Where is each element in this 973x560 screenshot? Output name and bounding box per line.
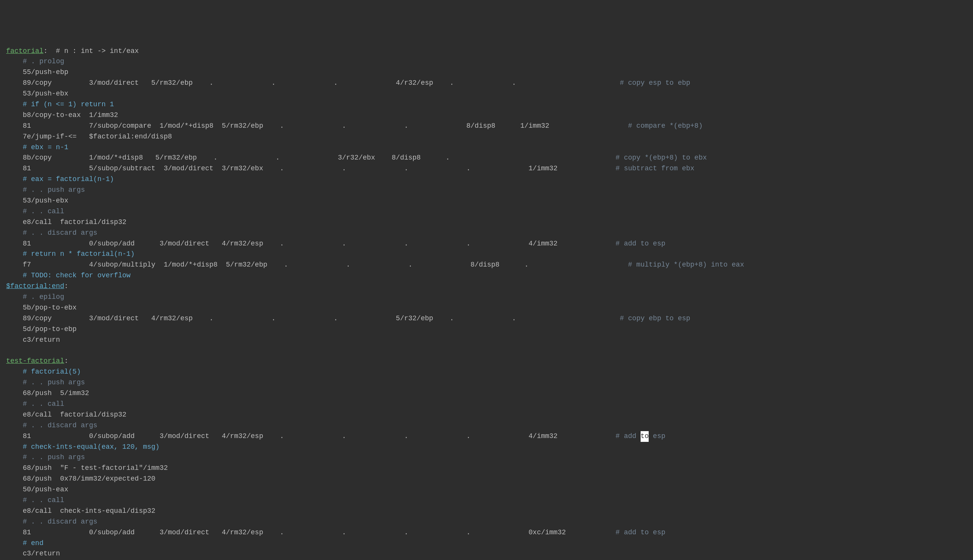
code-line: e8/call factorial/disp32: [6, 217, 967, 228]
code-line: c3/return: [6, 548, 967, 559]
code-text: f7 4/subop/multiply 1/mod/*+disp8 5/rm32…: [6, 261, 628, 268]
code-line: 8b/copy 1/mod/*+disp8 5/rm32/ebp . . 3/r…: [6, 153, 967, 163]
code-text: 89/copy 3/mod/direct 4/rm32/esp . . . 5/…: [6, 315, 620, 322]
code-line: # eax = factorial(n-1): [6, 174, 967, 185]
code-line: # check-ints-equal(eax, 120, msg): [6, 442, 967, 453]
code-text: 68/push 0x78/imm32/expected-120: [6, 475, 155, 483]
code-line: 50/push-eax: [6, 485, 967, 495]
code-line: # . . call: [6, 207, 967, 217]
code-comment: # . . discard args: [6, 518, 97, 525]
code-text: : # n : int -> int/eax: [43, 47, 139, 55]
code-text: b8/copy-to-eax 1/imm32: [6, 111, 118, 119]
code-line: 53/push-ebx: [6, 88, 967, 99]
code-line: # . . push args: [6, 452, 967, 463]
code-line: 55/push-ebp: [6, 67, 967, 78]
code-comment: # compare *(ebp+8): [628, 122, 702, 130]
code-line: f7 4/subop/multiply 1/mod/*+disp8 5/rm32…: [6, 260, 967, 270]
code-text: 8b/copy 1/mod/*+disp8 5/rm32/ebp . . 3/r…: [6, 154, 616, 162]
code-label: test-factorial: [6, 357, 64, 365]
code-text: [6, 58, 23, 65]
code-line: 81 0/subop/add 3/mod/direct 4/rm32/esp .…: [6, 238, 967, 249]
code-comment: # . . push args: [6, 453, 85, 461]
code-comment: # . . call: [6, 496, 64, 504]
code-comment: # add: [616, 432, 640, 440]
code-line: # . . discard args: [6, 420, 967, 431]
code-text: c3/return: [6, 550, 60, 557]
code-comment: # . . discard args: [6, 422, 97, 429]
code-text: 81 0/subop/add 3/mod/direct 4/rm32/esp .…: [6, 432, 616, 440]
code-text: 68/push "F - test-factorial"/imm32: [6, 464, 168, 472]
code-text: 50/push-eax: [6, 486, 69, 493]
code-comment: # check-ints-equal(eax, 120, msg): [6, 443, 160, 451]
code-line: 68/push "F - test-factorial"/imm32: [6, 463, 967, 474]
code-line: 81 0/subop/add 3/mod/direct 4/rm32/esp .…: [6, 431, 967, 442]
code-comment: esp: [649, 432, 665, 440]
code-text: 81 5/subop/subtract 3/mod/direct 3/rm32/…: [6, 165, 616, 172]
code-line: # . . discard args: [6, 228, 967, 238]
code-line: 5d/pop-to-ebp: [6, 324, 967, 335]
code-comment: # . . call: [6, 400, 64, 408]
code-line: # . epilog: [6, 292, 967, 303]
code-line: e8/call factorial/disp32: [6, 410, 967, 420]
code-line: # . . push args: [6, 185, 967, 196]
code-line: 81 5/subop/subtract 3/mod/direct 3/rm32/…: [6, 163, 967, 174]
code-comment: # add to esp: [616, 528, 665, 536]
code-text: 81 0/subop/add 3/mod/direct 4/rm32/esp .…: [6, 240, 616, 247]
code-text: 7e/jump-if-<= $factorial:end/disp8: [6, 133, 172, 140]
code-comment: # subtract from ebx: [616, 165, 694, 172]
code-line: # if (n <= 1) return 1: [6, 99, 967, 110]
code-text: 81 0/subop/add 3/mod/direct 4/rm32/esp .…: [6, 528, 616, 536]
code-line: c3/return: [6, 335, 967, 346]
code-line: # TODO: check for overflow: [6, 270, 967, 281]
code-comment: # ebx = n-1: [6, 143, 69, 151]
code-comment: # copy esp to ebp: [620, 79, 690, 87]
code-line: # end: [6, 538, 967, 549]
code-editor: factorial: # n : int -> int/eax # . prol…: [6, 46, 967, 560]
code-text: c3/return: [6, 336, 60, 344]
code-line: # . . discard args: [6, 517, 967, 527]
code-text: e8/call factorial/disp32: [6, 218, 126, 226]
code-comment: # end: [6, 539, 43, 547]
code-line: 81 0/subop/add 3/mod/direct 4/rm32/esp .…: [6, 527, 967, 538]
code-comment: # copy *(ebp+8) to ebx: [616, 154, 707, 162]
code-comment: # . . push args: [6, 186, 85, 194]
code-text: 68/push 5/imm32: [6, 389, 89, 397]
code-text: e8/call check-ints-equal/disp32: [6, 507, 155, 515]
code-line: 81 7/subop/compare 1/mod/*+disp8 5/rm32/…: [6, 121, 967, 132]
code-label: $factorial:end: [6, 282, 64, 290]
code-text: 55/push-ebp: [6, 68, 69, 76]
code-text: 53/push-ebx: [6, 90, 69, 97]
code-line: 68/push 0x78/imm32/expected-120: [6, 474, 967, 485]
code-comment: # TODO: check for overflow: [6, 272, 130, 279]
code-line: 68/push 5/imm32: [6, 388, 967, 399]
code-line: 5b/pop-to-ebx: [6, 303, 967, 313]
code-line: $factorial:end:: [6, 281, 967, 292]
code-text: :: [64, 357, 69, 365]
code-text: e8/call factorial/disp32: [6, 411, 126, 418]
code-label: factorial: [6, 47, 43, 55]
code-line: # return n * factorial(n-1): [6, 249, 967, 260]
code-comment: # eax = factorial(n-1): [6, 175, 114, 183]
code-line: [6, 346, 967, 356]
code-line: b8/copy-to-eax 1/imm32: [6, 110, 967, 121]
code-line: test-factorial:: [6, 356, 967, 367]
code-line: e8/call check-ints-equal/disp32: [6, 506, 967, 517]
code-line: # . . call: [6, 495, 967, 506]
code-comment: # . . call: [6, 208, 64, 215]
code-text: 5b/pop-to-ebx: [6, 304, 77, 312]
code-comment: # . epilog: [6, 293, 64, 301]
code-comment: # . . discard args: [6, 229, 97, 237]
code-text: 81 7/subop/compare 1/mod/*+disp8 5/rm32/…: [6, 122, 628, 130]
code-comment: # factorial(5): [6, 368, 80, 375]
code-text: 5d/pop-to-ebp: [6, 325, 77, 333]
code-text: 89/copy 3/mod/direct 5/rm32/ebp . . . 4/…: [6, 79, 620, 87]
code-line: 89/copy 3/mod/direct 5/rm32/ebp . . . 4/…: [6, 78, 967, 88]
code-line: # . prolog: [6, 57, 967, 67]
code-line: 89/copy 3/mod/direct 4/rm32/esp . . . 5/…: [6, 313, 967, 324]
code-line: 7e/jump-if-<= $factorial:end/disp8: [6, 132, 967, 142]
code-comment: # . . push args: [6, 378, 85, 386]
code-line: # ebx = n-1: [6, 142, 967, 153]
code-line: factorial: # n : int -> int/eax: [6, 46, 967, 57]
code-comment: # add to esp: [616, 240, 665, 247]
code-text: :: [64, 282, 69, 290]
